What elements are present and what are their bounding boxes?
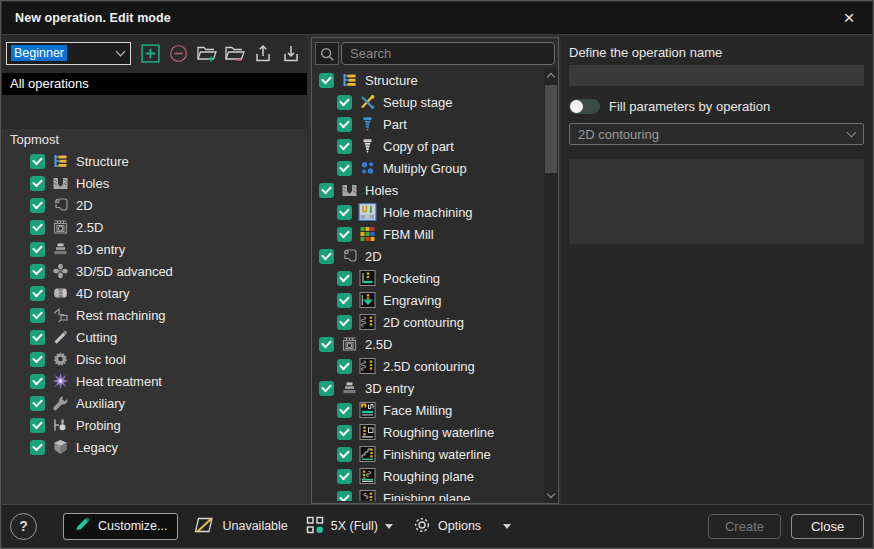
checkbox-checked-icon[interactable] — [337, 491, 352, 502]
checkbox-checked-icon[interactable] — [337, 447, 352, 462]
search-icon — [315, 42, 339, 65]
tree-item-probing[interactable]: Probing — [2, 414, 307, 436]
checkbox-checked-icon[interactable] — [319, 381, 334, 396]
scroll-down-arrow[interactable] — [544, 488, 558, 503]
tree-item-legacy[interactable]: Legacy — [2, 436, 307, 458]
tree-item-hole-machining[interactable]: Hole machining — [314, 201, 542, 223]
checkbox-checked-icon[interactable] — [319, 183, 334, 198]
tree-item-multiply-group[interactable]: Multiply Group — [314, 157, 542, 179]
unavailable-toggle[interactable]: Unavailable — [194, 516, 287, 537]
checkbox-checked-icon[interactable] — [30, 330, 45, 345]
tree-item-face-milling[interactable]: Face Milling — [314, 399, 542, 421]
tree-item-3d-entry[interactable]: 3D entry — [314, 377, 542, 399]
checkbox-checked-icon[interactable] — [30, 352, 45, 367]
tree-item-copy-of-part[interactable]: Copy of part — [314, 135, 542, 157]
checkbox-checked-icon[interactable] — [30, 308, 45, 323]
checkbox-checked-icon[interactable] — [30, 220, 45, 235]
checkbox-checked-icon[interactable] — [30, 264, 45, 279]
tree-item-2d[interactable]: 2D — [314, 245, 542, 267]
add-operation-button[interactable] — [138, 41, 163, 66]
checkbox-checked-icon[interactable] — [337, 359, 352, 374]
axis-grid-icon — [306, 516, 324, 537]
add-group-button[interactable] — [194, 41, 219, 66]
checkbox-checked-icon[interactable] — [337, 425, 352, 440]
checkbox-checked-icon[interactable] — [337, 227, 352, 242]
checkbox-checked-icon[interactable] — [30, 374, 45, 389]
checkbox-checked-icon[interactable] — [319, 337, 334, 352]
remove-operation-button[interactable] — [166, 41, 191, 66]
checkbox-checked-icon[interactable] — [337, 403, 352, 418]
scrollbar[interactable] — [544, 68, 558, 503]
checkbox-checked-icon[interactable] — [30, 418, 45, 433]
checkbox-checked-icon[interactable] — [30, 176, 45, 191]
search-input[interactable] — [341, 42, 555, 65]
tree-item-2-5d[interactable]: 2.5D — [314, 333, 542, 355]
checkbox-checked-icon[interactable] — [337, 139, 352, 154]
tree-item-2-5d[interactable]: 2.5D — [2, 216, 307, 238]
tree-item-roughing-plane[interactable]: Roughing plane — [314, 465, 542, 487]
fill-parameters-label: Fill parameters by operation — [609, 99, 770, 114]
topmost-node[interactable]: Topmost — [2, 129, 307, 150]
options-menu[interactable]: Options — [413, 516, 481, 537]
checkbox-checked-icon[interactable] — [319, 73, 334, 88]
tree-item-2d[interactable]: 2D — [2, 194, 307, 216]
checkbox-checked-icon[interactable] — [30, 242, 45, 257]
tree-item-pocketing[interactable]: Pocketing — [314, 267, 542, 289]
close-icon[interactable]: × — [836, 5, 862, 31]
checkbox-checked-icon[interactable] — [337, 205, 352, 220]
checkbox-checked-icon[interactable] — [30, 154, 45, 169]
checkbox-checked-icon[interactable] — [337, 315, 352, 330]
scrollbar-thumb[interactable] — [545, 85, 557, 173]
checkbox-checked-icon[interactable] — [337, 117, 352, 132]
checkbox-checked-icon[interactable] — [337, 161, 352, 176]
tree-item-holes[interactable]: Holes — [2, 172, 307, 194]
d3entry-icon — [340, 380, 359, 397]
checkbox-checked-icon[interactable] — [30, 440, 45, 455]
tree-item-label: 2.5D — [76, 220, 103, 235]
checkbox-checked-icon[interactable] — [30, 396, 45, 411]
remove-group-button[interactable] — [222, 41, 247, 66]
tree-item-rest-machining[interactable]: Rest machining — [2, 304, 307, 326]
export-button[interactable] — [250, 41, 275, 66]
tree-item-disc-tool[interactable]: Disc tool — [2, 348, 307, 370]
checkbox-checked-icon[interactable] — [30, 198, 45, 213]
tree-item-cutting[interactable]: Cutting — [2, 326, 307, 348]
tree-item-roughing-waterline[interactable]: Roughing waterline — [314, 421, 542, 443]
tree-item-2-5d-contouring[interactable]: 2.5D contouring — [314, 355, 542, 377]
import-button[interactable] — [278, 41, 303, 66]
operation-type-select[interactable]: 2D contouring — [569, 123, 864, 145]
more-caret-icon[interactable] — [503, 524, 511, 529]
tree-item-3d-entry[interactable]: 3D entry — [2, 238, 307, 260]
tree-item-4d-rotary[interactable]: 4D rotary — [2, 282, 307, 304]
checkbox-checked-icon[interactable] — [337, 469, 352, 484]
create-button[interactable]: Create — [708, 514, 781, 539]
operation-type-value: 2D contouring — [578, 127, 659, 142]
tree-item-auxiliary[interactable]: Auxiliary — [2, 392, 307, 414]
tree-item-structure[interactable]: Structure — [2, 150, 307, 172]
tree-item-engraving[interactable]: Engraving — [314, 289, 542, 311]
tree-item-part[interactable]: Part — [314, 113, 542, 135]
operation-name-input[interactable] — [569, 65, 864, 86]
checkbox-checked-icon[interactable] — [319, 249, 334, 264]
tree-item-setup-stage[interactable]: Setup stage — [314, 91, 542, 113]
checkbox-checked-icon[interactable] — [337, 95, 352, 110]
all-operations-item[interactable]: All operations — [2, 73, 307, 95]
checkbox-checked-icon[interactable] — [30, 286, 45, 301]
customize-button[interactable]: Customize... — [63, 513, 178, 540]
tree-item-fbm-mill[interactable]: FBM Mill — [314, 223, 542, 245]
close-button[interactable]: Close — [791, 514, 864, 539]
tree-item-2d-contouring[interactable]: 2D contouring — [314, 311, 542, 333]
scroll-up-arrow[interactable] — [544, 68, 558, 83]
fill-parameters-toggle[interactable] — [569, 99, 600, 114]
mode-select[interactable]: Beginner — [6, 42, 131, 65]
machine-axis-select[interactable]: 5X (Full) — [306, 516, 393, 537]
help-button[interactable]: ? — [10, 513, 37, 540]
tree-item-structure[interactable]: Structure — [314, 69, 542, 91]
tree-item-heat-treatment[interactable]: Heat treatment — [2, 370, 307, 392]
tree-item-finishing-waterline[interactable]: Finishing waterline — [314, 443, 542, 465]
tree-item-holes[interactable]: Holes — [314, 179, 542, 201]
tree-item-3d-5d-advanced[interactable]: 3D/5D advanced — [2, 260, 307, 282]
checkbox-checked-icon[interactable] — [337, 271, 352, 286]
checkbox-checked-icon[interactable] — [337, 293, 352, 308]
tree-item-finishing-plane[interactable]: Finishing plane — [314, 487, 542, 501]
